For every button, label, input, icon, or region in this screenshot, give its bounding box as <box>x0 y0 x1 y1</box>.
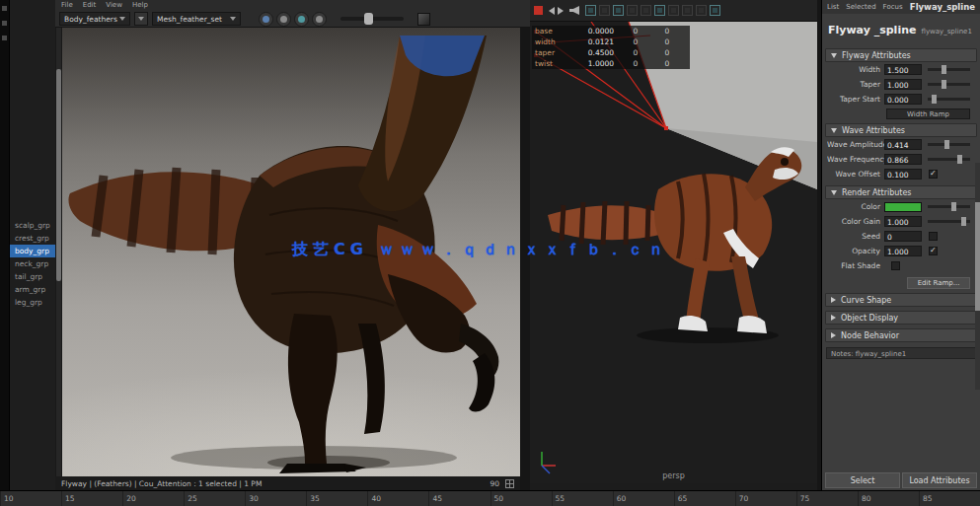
wireframe-icon[interactable] <box>654 5 665 16</box>
timeline-tick[interactable]: 70 <box>735 491 796 506</box>
slider-handle[interactable] <box>942 65 946 74</box>
step-back-icon[interactable] <box>549 7 555 15</box>
sphere-brush-icon[interactable] <box>259 12 273 27</box>
ae-menu-list[interactable]: List <box>827 3 839 11</box>
menu-file[interactable]: File <box>61 1 73 10</box>
cell-value[interactable]: 1.0000 <box>573 59 620 68</box>
grid-icon[interactable] <box>505 479 514 488</box>
time-slider[interactable]: 10 15 20 25 30 35 40 45 50 55 60 65 70 7… <box>0 490 980 506</box>
cell-value[interactable]: 0 <box>620 27 651 36</box>
section-wave-attributes[interactable]: Wave Attributes <box>825 123 977 137</box>
snap-grid-icon[interactable] <box>613 5 624 16</box>
slider-handle[interactable] <box>942 80 946 89</box>
snap-point-icon[interactable] <box>641 5 651 16</box>
timeline-tick[interactable]: 45 <box>428 491 490 506</box>
color-gain-slider[interactable] <box>928 220 970 223</box>
slider-handle[interactable] <box>961 217 966 226</box>
cell-value[interactable]: 0.0000 <box>573 27 620 36</box>
timeline-tick[interactable]: 55 <box>552 491 613 506</box>
wave-amplitude-input[interactable]: 0.414 <box>884 139 922 150</box>
load-attributes-button[interactable]: Load Attributes <box>902 472 977 488</box>
ae-menu-selected[interactable]: Selected <box>846 3 875 11</box>
list-item[interactable]: leg_grp <box>10 296 55 309</box>
section-object-display[interactable]: Object Display <box>825 311 977 325</box>
timeline-tick[interactable]: 15 <box>61 491 122 506</box>
table-row[interactable]: base 0.0000 0 0 <box>532 26 690 36</box>
table-row[interactable]: taper 0.4500 0 0 <box>532 47 690 58</box>
record-icon[interactable] <box>534 6 543 15</box>
width-slider[interactable] <box>928 68 970 71</box>
menu-edit[interactable]: Edit <box>83 1 97 10</box>
speaker-icon[interactable] <box>569 6 579 15</box>
slider-handle[interactable] <box>944 140 949 149</box>
cell-value[interactable]: 0 <box>651 27 683 36</box>
list-item-selected[interactable]: body_grp <box>10 245 55 257</box>
scrollbar-thumb[interactable] <box>975 202 980 311</box>
scrollbar-thumb[interactable] <box>56 69 61 281</box>
timeline-tick[interactable]: 35 <box>306 491 367 506</box>
groom-preset-dropdown[interactable]: Body_feathers <box>59 12 130 26</box>
table-row[interactable]: width 0.0121 0 0 <box>532 36 690 47</box>
shaded-icon[interactable] <box>668 5 679 16</box>
layers-icon[interactable] <box>2 21 7 26</box>
viewport-scrollbar[interactable] <box>55 28 62 476</box>
select-button[interactable]: Select <box>825 472 900 488</box>
timeline-tick[interactable]: 75 <box>796 491 858 506</box>
list-item[interactable]: neck_grp <box>10 257 55 270</box>
opacity-input[interactable]: 1.000 <box>884 246 922 256</box>
cell-value[interactable]: 0.0121 <box>573 37 620 46</box>
swap-button[interactable] <box>134 12 148 26</box>
slider-handle[interactable] <box>932 95 937 104</box>
taper-input[interactable]: 1.000 <box>884 79 922 90</box>
timeline-tick[interactable]: 40 <box>367 491 428 506</box>
mesh-target-dropdown[interactable]: Mesh_feather_set <box>152 12 241 26</box>
list-item[interactable]: arm_grp <box>10 283 55 296</box>
opacity-checkbox[interactable] <box>929 247 938 255</box>
color-swatch[interactable] <box>884 202 922 212</box>
timeline-tick[interactable]: 30 <box>245 491 306 506</box>
cell-value[interactable]: 0.4500 <box>573 48 620 57</box>
comb-brush-icon[interactable] <box>276 12 291 27</box>
edit-ramp-button[interactable]: Edit Ramp... <box>907 277 970 289</box>
menu-icon[interactable] <box>2 6 7 11</box>
step-forward-icon[interactable] <box>558 7 564 15</box>
slider-handle[interactable] <box>364 13 373 25</box>
select-tool-icon[interactable] <box>585 5 596 16</box>
section-curve-shape[interactable]: Curve Shape <box>825 293 977 307</box>
timeline-tick[interactable]: 10 <box>0 491 61 506</box>
taper-slider[interactable] <box>928 83 970 86</box>
color-chip-icon[interactable] <box>417 13 430 26</box>
menu-help[interactable]: Help <box>132 1 148 10</box>
snap-curve-icon[interactable] <box>627 5 638 16</box>
cell-value[interactable]: 0 <box>651 48 683 57</box>
timeline-tick[interactable]: 65 <box>674 491 735 506</box>
brush-size-slider[interactable] <box>340 17 404 21</box>
slider-handle[interactable] <box>951 202 956 211</box>
section-node-behavior[interactable]: Node Behavior <box>825 328 977 342</box>
list-item[interactable]: scalp_grp <box>10 219 55 232</box>
wave-offset-checkbox[interactable] <box>929 170 938 179</box>
flat-shade-checkbox[interactable] <box>891 261 900 270</box>
cut-brush-icon[interactable] <box>312 12 327 27</box>
cell-value[interactable]: 0 <box>620 48 651 57</box>
taper-start-slider[interactable] <box>928 98 970 101</box>
color-gain-input[interactable]: 1.000 <box>884 216 922 227</box>
cell-value[interactable]: 0 <box>620 59 651 68</box>
cell-value[interactable]: 0 <box>651 37 683 46</box>
cell-value[interactable]: 0 <box>620 37 651 46</box>
color-slider[interactable] <box>928 205 970 208</box>
width-ramp-button[interactable]: Width Ramp <box>886 108 970 119</box>
ae-menu-focus[interactable]: Focus <box>883 3 903 11</box>
wave-offset-input[interactable]: 0.100 <box>884 169 922 180</box>
textured-icon[interactable] <box>682 5 693 16</box>
wave-frequency-input[interactable]: 0.866 <box>884 154 922 165</box>
smooth-brush-icon[interactable] <box>294 12 309 27</box>
timeline-tick[interactable]: 25 <box>184 491 245 506</box>
lights-icon[interactable] <box>696 5 707 16</box>
wave-frequency-slider[interactable] <box>928 158 970 161</box>
wave-amplitude-slider[interactable] <box>928 143 970 146</box>
list-item[interactable]: crest_grp <box>10 232 55 245</box>
section-flyway-attributes[interactable]: Flyway Attributes <box>825 48 977 62</box>
isolate-select-icon[interactable] <box>710 5 720 16</box>
panel-scrollbar[interactable] <box>975 163 980 390</box>
